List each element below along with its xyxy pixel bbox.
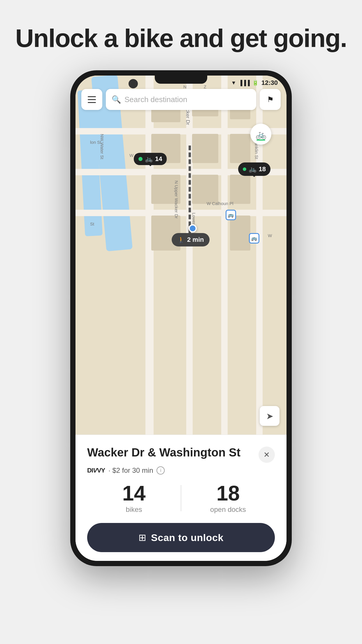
docks-label: open docks <box>181 505 275 514</box>
building-6 <box>230 134 250 163</box>
map-area[interactable]: Wacker Dr W Court Pl W Calhoun Pl NW Wat… <box>75 76 287 435</box>
docks-stat: 18 open docks <box>181 483 275 514</box>
search-icon: 🔍 <box>112 95 121 104</box>
close-icon: ✕ <box>263 450 270 459</box>
info-icon[interactable]: i <box>157 466 165 475</box>
station-info: DIVVY · $2 for 30 min i <box>87 466 275 475</box>
building-8 <box>192 175 218 204</box>
route-line <box>189 146 191 233</box>
bikes-label: bikes <box>87 505 181 514</box>
bus-stop-2: 🚌 <box>249 233 259 244</box>
st-label-2: St <box>90 221 94 226</box>
location-arrow-icon: ➤ <box>266 411 273 421</box>
search-placeholder: Search destination <box>124 95 187 104</box>
building-11 <box>230 216 250 251</box>
bike-station-top-right[interactable]: 🚲 <box>250 124 271 145</box>
menu-line-3 <box>88 102 96 103</box>
w-label: W <box>268 233 272 238</box>
phone-screen: ▼ ▐▐▐ 🔋 12:30 <box>75 76 287 561</box>
nw-water-label: NW Water St <box>100 134 105 159</box>
close-button[interactable]: ✕ <box>259 447 275 463</box>
walk-icon: 🚶 <box>178 236 185 243</box>
station-name: Wacker Dr & Washington St <box>87 445 254 459</box>
bike-count-14: 14 <box>155 155 162 163</box>
street-h3 <box>75 210 287 216</box>
lon-st-label: lon St <box>90 140 101 145</box>
upper-wacker-label: N Upper Wacker Dr <box>174 181 179 218</box>
bike-station-18-marker[interactable]: 🚲 18 <box>238 162 270 176</box>
menu-button[interactable] <box>81 89 102 110</box>
bike-station-14-marker[interactable]: 🚲 14 <box>134 153 167 165</box>
bikes-stat: 14 bikes <box>87 483 181 514</box>
search-bar[interactable]: 🔍 Search destination <box>106 89 256 110</box>
bike-icon-14: 🚲 <box>145 155 153 163</box>
location-button[interactable]: ➤ <box>260 406 280 426</box>
status-time: 12:30 <box>261 79 278 87</box>
bus-stop-1: 🚌 <box>226 210 236 220</box>
bike-icon-top-right: 🚲 <box>256 129 266 139</box>
status-bar: ▼ ▐▐▐ 🔋 12:30 <box>75 76 287 88</box>
battery-icon: 🔋 <box>252 80 259 86</box>
building-5 <box>192 134 218 163</box>
hamburger-icon <box>88 96 96 103</box>
flag-button[interactable]: ⚑ <box>260 89 281 110</box>
lower-label: Lower <box>191 213 196 225</box>
signal-icon: ▐▐▐ <box>238 80 249 86</box>
green-dot-14 <box>138 157 143 161</box>
stats-row: 14 bikes 18 open docks <box>87 483 275 514</box>
price-text: · $2 for 30 min <box>108 466 153 475</box>
phone-frame: ▼ ▐▐▐ 🔋 12:30 <box>70 70 292 566</box>
building-9 <box>230 175 250 204</box>
bike-count-18: 18 <box>259 165 266 173</box>
docks-count: 18 <box>181 483 275 504</box>
bike-icon-18: 🚲 <box>249 165 256 173</box>
divvy-logo: DIVVY <box>87 467 105 474</box>
bikes-count: 14 <box>87 483 181 504</box>
location-dot <box>189 224 197 232</box>
bottom-panel: Wacker Dr & Washington St ✕ DIVVY · $2 f… <box>75 435 287 561</box>
nav-bar: 🔍 Search destination ⚑ <box>81 89 281 110</box>
flag-icon: ⚑ <box>267 95 274 104</box>
walk-time-badge: 🚶 2 min <box>172 233 210 246</box>
wifi-icon: ▼ <box>231 80 236 86</box>
unlock-text: Scan to unlock <box>151 532 224 543</box>
walk-time-text: 2 min <box>187 236 204 244</box>
menu-line-1 <box>88 96 96 97</box>
unlock-button[interactable]: ⊞ Scan to unlock <box>87 523 275 552</box>
status-icons: ▼ ▐▐▐ 🔋 <box>231 80 259 86</box>
qr-icon: ⊞ <box>138 532 146 543</box>
station-header: Wacker Dr & Washington St ✕ <box>87 445 275 463</box>
green-dot-18 <box>243 167 246 171</box>
hero-title: Unlock a bike and get going. <box>15 23 347 53</box>
green-underline-top-right <box>256 139 265 141</box>
menu-line-2 <box>88 99 96 100</box>
calhoun-pl-label: W Calhoun Pl <box>207 201 233 206</box>
